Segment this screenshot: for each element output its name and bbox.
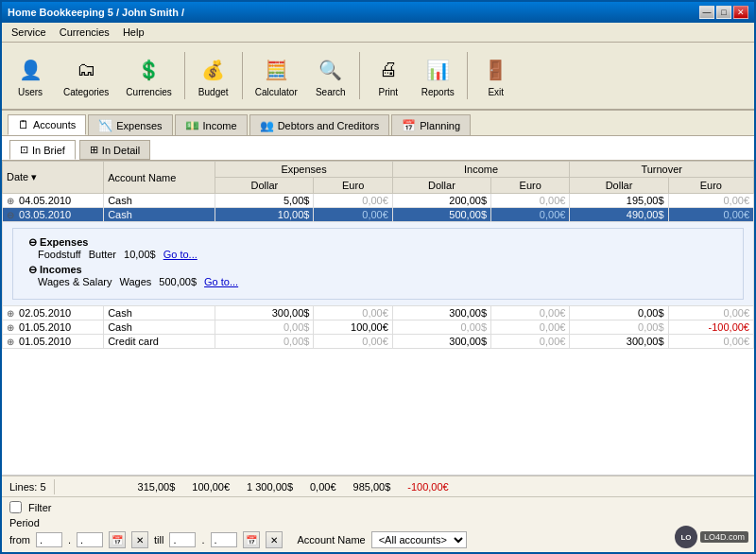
menu-bar: Service Currencies Help (2, 23, 754, 43)
status-turn-euro: -100,00€ (407, 481, 448, 493)
till-clear-btn[interactable]: ✕ (266, 531, 283, 548)
cell-turn-euro: 0,00€ (668, 335, 753, 349)
collapse-expenses-btn[interactable]: ⊖ (28, 236, 37, 248)
reports-icon: 📊 (422, 55, 453, 85)
cell-exp-dollar: 10,00$ (215, 208, 314, 222)
table-row[interactable]: ⊕ 01.05.2010 Cash 0,00$ 100,00€ 0,00$ 0,… (3, 320, 754, 335)
close-button[interactable]: ✕ (733, 6, 748, 19)
from-label: from (9, 534, 30, 545)
toolbar-users[interactable]: 👤 Users (8, 50, 53, 102)
cell-account: Cash (104, 320, 215, 335)
expand-btn[interactable]: ⊕ (7, 196, 14, 206)
table-row[interactable]: ⊕ 01.05.2010 Credit card 0,00$ 0,00€ 300… (3, 335, 754, 349)
filter-area: Filter Period from . 📅 ✕ till . 📅 ✕ Acco… (2, 496, 754, 552)
toolbar-sep-4 (467, 52, 468, 99)
menu-currencies[interactable]: Currencies (54, 25, 115, 40)
cell-inc-euro: 0,00€ (491, 335, 570, 349)
cell-date: ⊖ 03.05.2010 (3, 208, 104, 222)
filter-date-row: from . 📅 ✕ till . 📅 ✕ Account Name <All … (9, 531, 747, 548)
from-month-input[interactable] (77, 532, 103, 547)
income-line-1: Wages & Salary Wages 500,00$ Go to... (28, 276, 728, 287)
cell-exp-euro: 0,00€ (314, 194, 392, 208)
expand-btn[interactable]: ⊖ (7, 210, 14, 220)
budget-icon: 💰 (198, 55, 229, 85)
tab-accounts[interactable]: 🗒 Accounts (8, 114, 86, 135)
accounts-tab-icon: 🗒 (18, 118, 29, 131)
toolbar-search[interactable]: 🔍 Search (308, 50, 353, 102)
cell-date: ⊕ 01.05.2010 (3, 335, 104, 349)
expand-btn[interactable]: ⊕ (7, 337, 14, 347)
tab-income[interactable]: 💵 Income (175, 114, 248, 135)
cell-account: Credit card (104, 335, 215, 349)
menu-service[interactable]: Service (6, 25, 52, 40)
status-inc-dollar: 1 300,00$ (247, 481, 293, 493)
window-controls: — □ ✕ (699, 6, 748, 19)
cell-exp-dollar: 0,00$ (215, 320, 314, 335)
cell-turn-euro: 0,00€ (668, 306, 753, 320)
cell-inc-dollar: 500,00$ (392, 208, 490, 222)
from-clear-btn[interactable]: ✕ (131, 531, 148, 548)
tab-debtors[interactable]: 👥 Debtors and Creditors (249, 114, 390, 135)
tab-planning[interactable]: 📅 Planning (391, 114, 471, 135)
debtors-tab-icon: 👥 (260, 119, 274, 132)
cell-turn-dollar: 300,00$ (570, 335, 668, 349)
expand-btn[interactable]: ⊕ (7, 322, 14, 333)
content-area: ⊡ In Brief ⊞ In Detail Date ▾ Account Na… (2, 136, 754, 552)
col-header-turnover: Turnover (570, 162, 754, 178)
filter-checkbox[interactable] (9, 501, 22, 513)
cell-inc-euro: 0,00€ (491, 194, 570, 208)
expense-line-1: Foodstuff Butter 10,00$ Go to... (28, 249, 728, 260)
watermark-logo-bg: LO (675, 526, 697, 548)
till-day-input[interactable] (169, 532, 196, 547)
toolbar-categories[interactable]: 🗂 Categories (57, 50, 115, 102)
status-exp-euro: 100,00€ (192, 481, 230, 493)
from-calendar-btn[interactable]: 📅 (109, 531, 126, 548)
table-row[interactable]: ⊕ 02.05.2010 Cash 300,00$ 0,00€ 300,00$ … (3, 306, 754, 320)
sub-tab-detail[interactable]: ⊞ In Detail (79, 140, 150, 160)
table-row[interactable]: ⊕ 04.05.2010 Cash 5,00$ 0,00€ 200,00$ 0,… (3, 194, 754, 208)
cell-turn-euro: -100,00€ (668, 320, 753, 335)
expense-goto-link[interactable]: Go to... (163, 249, 198, 260)
sub-tab-bar: ⊡ In Brief ⊞ In Detail (2, 136, 754, 161)
toolbar-calculator[interactable]: 🧮 Calculator (249, 50, 304, 102)
menu-help[interactable]: Help (117, 25, 150, 40)
cell-inc-dollar: 300,00$ (392, 335, 490, 349)
toolbar-print[interactable]: 🖨 Print (366, 50, 411, 102)
status-bar: Lines: 5 315,00$ 100,00€ 1 300,00$ 0,00€… (2, 476, 754, 496)
filter-header: Filter (9, 501, 747, 513)
till-calendar-btn[interactable]: 📅 (243, 531, 260, 548)
table-row[interactable]: ⊖ 03.05.2010 Cash 10,00$ 0,00€ 500,00$ 0… (3, 208, 754, 222)
expenses-section: ⊖ Expenses Foodstuff Butter 10,00$ Go to… (28, 236, 728, 260)
cell-date: ⊕ 02.05.2010 (3, 306, 104, 320)
toolbar: 👤 Users 🗂 Categories 💲 Currencies 💰 Budg… (2, 43, 754, 111)
toolbar-budget[interactable]: 💰 Budget (191, 50, 236, 102)
cell-turn-dollar: 0,00$ (570, 306, 668, 320)
account-select[interactable]: <All accounts> (371, 531, 467, 548)
cell-exp-dollar: 0,00$ (215, 335, 314, 349)
income-goto-link[interactable]: Go to... (204, 276, 238, 287)
col-header-turn-dollar: Dollar (570, 178, 668, 194)
maximize-button[interactable]: □ (716, 6, 731, 19)
window-title: Home Bookkeeping 5 / John Smith / (8, 7, 184, 18)
toolbar-sep-3 (359, 52, 360, 99)
toolbar-currencies[interactable]: 💲 Currencies (119, 50, 178, 102)
from-day-input[interactable] (36, 532, 62, 547)
minimize-button[interactable]: — (699, 6, 714, 19)
tab-expenses[interactable]: 📉 Expenses (88, 114, 172, 135)
collapse-incomes-btn[interactable]: ⊖ (28, 264, 37, 275)
toolbar-exit[interactable]: 🚪 Exit (473, 50, 519, 102)
cell-turn-euro: 0,00€ (668, 194, 753, 208)
toolbar-reports[interactable]: 📊 Reports (415, 50, 461, 102)
col-header-account: Account Name (104, 162, 215, 194)
watermark: LO LO4D.com (675, 526, 748, 548)
expand-btn[interactable]: ⊕ (7, 308, 14, 319)
sub-tab-brief[interactable]: ⊡ In Brief (9, 140, 76, 160)
main-tab-bar: 🗒 Accounts 📉 Expenses 💵 Income 👥 Debtors… (2, 111, 754, 136)
till-month-input[interactable] (211, 532, 237, 547)
cell-inc-dollar: 300,00$ (392, 306, 490, 320)
expenses-section-title: ⊖ Expenses (28, 236, 728, 249)
toolbar-sep-1 (184, 52, 185, 99)
detail-tab-icon: ⊞ (90, 144, 98, 156)
exit-icon: 🚪 (481, 55, 511, 85)
accounts-table[interactable]: Date ▾ Account Name Expenses Income Turn… (2, 161, 754, 476)
